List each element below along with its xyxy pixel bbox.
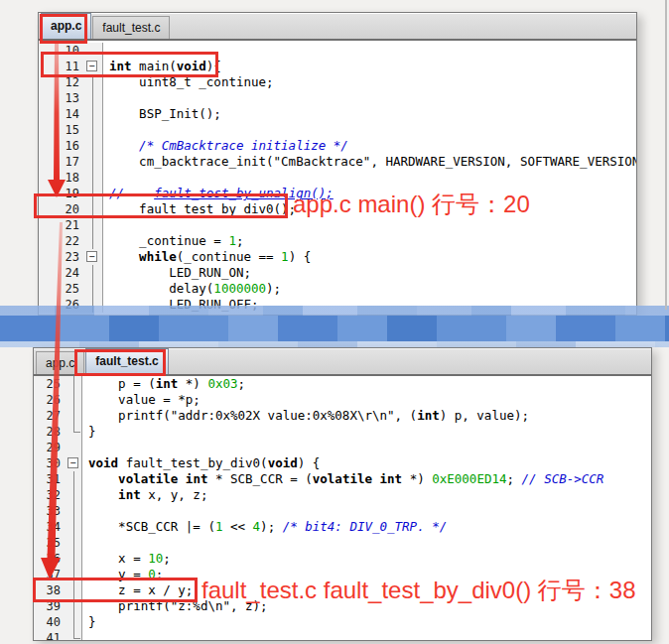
code-line-25[interactable]: 25 delay(1000000); [39, 281, 636, 297]
fold-guide-line [84, 138, 103, 154]
window-right-edge [665, 0, 667, 310]
fold-guide-line [84, 281, 103, 297]
fold-guide-line [84, 201, 103, 217]
code-text: fault_test_by_div0(); [103, 201, 296, 217]
code-line-31[interactable]: 31 volatile int * SCB_CCR = (volatile in… [34, 471, 651, 487]
tabbar-top: app.cfault_test.c [39, 13, 636, 41]
code-line-26[interactable]: 26 value = *p; [34, 392, 651, 408]
tab-app-c[interactable]: app.c [36, 351, 84, 374]
code-text: p = (int *) 0x03; [82, 376, 245, 392]
code-text: } [82, 614, 96, 630]
code-line-38[interactable]: 38 z = x / y; [34, 582, 651, 598]
blurred-taskbar-band [0, 306, 669, 347]
fold-collapse-icon[interactable]: − [84, 59, 103, 74]
line-number: 19 [39, 186, 84, 201]
code-line-14[interactable]: 14 BSP_Init(); [39, 106, 636, 122]
fold-guide-line [66, 519, 82, 535]
line-number: 33 [34, 503, 66, 519]
code-text [103, 122, 109, 138]
editor-panel-app-c: app.cfault_test.c 1011−int main(void){12… [38, 12, 637, 316]
code-text: // fault_test_by_unalign(); [103, 186, 334, 201]
line-number: 35 [34, 535, 66, 551]
line-number: 28 [34, 424, 66, 440]
fold-guide-line [66, 614, 82, 630]
code-text [103, 170, 109, 186]
code-line-10[interactable]: 10 [39, 43, 636, 59]
code-line-33[interactable]: 33 [34, 503, 651, 519]
code-text: volatile int * SCB_CCR = (volatile int *… [82, 471, 603, 487]
code-line-28[interactable]: 28} [34, 424, 651, 440]
line-number: 39 [34, 598, 66, 614]
fold-end-icon [66, 630, 82, 641]
fold-guide-line [66, 408, 82, 424]
line-number: 15 [39, 122, 84, 138]
line-number: 22 [39, 233, 84, 249]
code-line-16[interactable]: 16 /* CmBacktrace initialize */ [39, 138, 636, 154]
code-text: y = 0; [82, 567, 163, 582]
code-line-35[interactable]: 35 [34, 535, 651, 551]
code-line-22[interactable]: 22 _continue = 1; [39, 233, 636, 249]
code-area-app-c[interactable]: 1011−int main(void){12 uint8_t _continue… [39, 43, 636, 315]
code-text [82, 535, 88, 551]
code-line-39[interactable]: 39 printf("z:%d\n", z); [34, 598, 651, 614]
line-number: 18 [39, 170, 84, 186]
code-text [103, 217, 109, 233]
line-number: 11 [39, 59, 84, 74]
code-line-29[interactable]: 29 [34, 440, 651, 455]
code-text: *SCB_CCR |= (1 << 4); /* bit4: DIV_0_TRP… [82, 519, 447, 535]
fold-guide-line [66, 392, 82, 408]
code-text [82, 630, 88, 641]
code-line-20[interactable]: 20 fault_test_by_div0(); [39, 201, 636, 217]
fold-margin [66, 440, 82, 455]
fold-collapse-icon[interactable]: − [84, 249, 103, 265]
editor-panel-fault-test-c: app.cfault_test.c 25 p = (int *) 0x03;26… [33, 347, 652, 641]
code-line-34[interactable]: 34 *SCB_CCR |= (1 << 4); /* bit4: DIV_0_… [34, 519, 651, 535]
tabbar-bottom: app.cfault_test.c [34, 348, 651, 376]
line-number: 32 [34, 487, 66, 503]
code-text [82, 503, 88, 519]
fold-guide-line [84, 217, 103, 233]
code-area-fault-test-c[interactable]: 25 p = (int *) 0x03;26 value = *p;27 pri… [34, 376, 651, 640]
code-line-24[interactable]: 24 LED_RUN_ON; [39, 265, 636, 281]
code-line-32[interactable]: 32 int x, y, z; [34, 487, 651, 503]
band-top-mosaic [0, 306, 669, 316]
code-line-25[interactable]: 25 p = (int *) 0x03; [34, 376, 651, 392]
code-line-41[interactable]: 41 [34, 630, 651, 641]
fold-margin [84, 43, 103, 59]
code-line-21[interactable]: 21 [39, 217, 636, 233]
code-line-12[interactable]: 12 uint8_t _continue; [39, 74, 636, 90]
code-line-19[interactable]: 19// fault_test_by_unalign(); [39, 186, 636, 201]
code-text: void fault_test_by_div0(void) { [82, 455, 320, 471]
code-line-13[interactable]: 13 [39, 90, 636, 106]
code-line-18[interactable]: 18 [39, 170, 636, 186]
code-line-23[interactable]: 23− while(_continue == 1) { [39, 249, 636, 265]
code-line-17[interactable]: 17 cm_backtrace_init("CmBacktrace", HARD… [39, 154, 636, 170]
line-number: 23 [39, 249, 84, 265]
tab-app-c[interactable]: app.c [41, 13, 91, 39]
code-line-27[interactable]: 27 printf("addr:0x%02X value:0x%08X\r\n"… [34, 408, 651, 424]
line-number: 26 [34, 392, 66, 408]
code-line-37[interactable]: 37 y = 0; [34, 567, 651, 582]
code-text [82, 440, 88, 455]
line-number: 10 [39, 43, 84, 59]
line-number: 41 [34, 630, 66, 641]
fold-guide-line [66, 376, 82, 392]
code-line-11[interactable]: 11−int main(void){ [39, 59, 636, 74]
fold-collapse-icon[interactable]: − [66, 455, 82, 471]
fold-guide-line [84, 90, 103, 106]
tab-fault-test-c[interactable]: fault_test.c [85, 348, 168, 374]
code-text: z = x / y; [82, 582, 193, 598]
fold-guide-line [66, 503, 82, 519]
line-number: 13 [39, 90, 84, 106]
line-number: 12 [39, 74, 84, 90]
line-number: 31 [34, 471, 66, 487]
line-number: 27 [34, 408, 66, 424]
code-line-40[interactable]: 40} [34, 614, 651, 630]
code-line-36[interactable]: 36 x = 10; [34, 551, 651, 567]
code-text: int main(void){ [103, 59, 221, 74]
code-line-30[interactable]: 30−void fault_test_by_div0(void) { [34, 455, 651, 471]
code-line-15[interactable]: 15 [39, 122, 636, 138]
line-number: 21 [39, 217, 84, 233]
band-mid-mosaic [0, 316, 669, 341]
tab-fault-test-c[interactable]: fault_test.c [92, 16, 170, 39]
